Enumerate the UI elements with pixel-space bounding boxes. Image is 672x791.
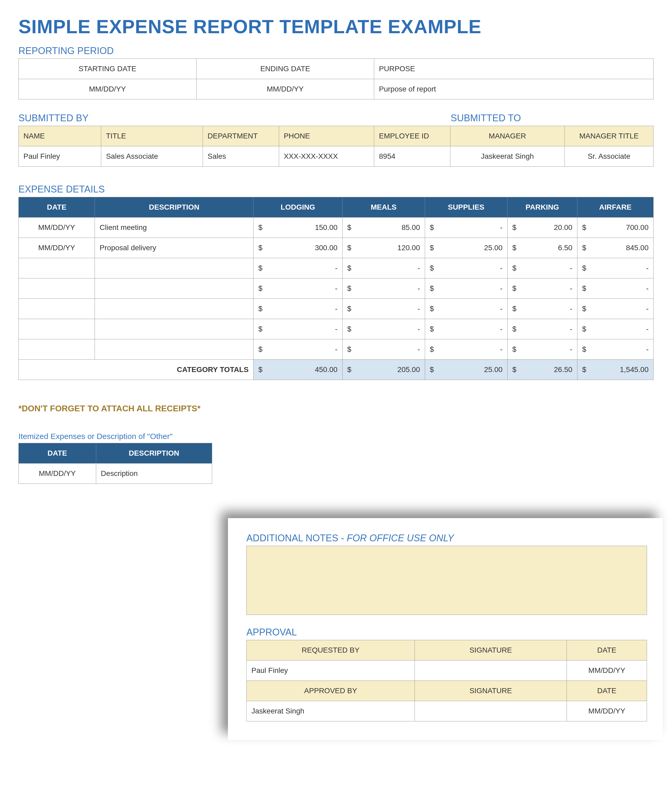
- row-meals[interactable]: $120.00: [342, 238, 425, 258]
- period-header-purpose: PURPOSE: [374, 59, 654, 79]
- row-lodging[interactable]: $-: [253, 339, 342, 359]
- row-date[interactable]: MM/DD/YY: [19, 218, 95, 238]
- total-airfare: $1,545.00: [577, 359, 653, 380]
- submitted-table: NAME TITLE DEPARTMENT PHONE EMPLOYEE ID …: [18, 126, 654, 167]
- period-purpose[interactable]: Purpose of report: [374, 79, 654, 99]
- total-meals: $205.00: [342, 359, 425, 380]
- row-description[interactable]: [95, 258, 253, 278]
- row-parking[interactable]: $-: [507, 278, 577, 299]
- row-meals[interactable]: $-: [342, 339, 425, 359]
- submit-h-phone: PHONE: [279, 126, 374, 146]
- row-supplies[interactable]: $-: [425, 339, 507, 359]
- period-header-end: ENDING DATE: [196, 59, 374, 79]
- row-description[interactable]: [95, 319, 253, 339]
- row-description[interactable]: Client meeting: [95, 218, 253, 238]
- ap-approved-by[interactable]: Jaskeerat Singh: [246, 701, 415, 721]
- approval-label: APPROVAL: [246, 627, 647, 638]
- ap-h-requested: REQUESTED BY: [246, 640, 415, 661]
- receipts-note: *DON'T FORGET TO ATTACH ALL RECEIPTS*: [18, 404, 654, 414]
- it-date[interactable]: MM/DD/YY: [19, 464, 96, 484]
- table-row: $-$-$-$-$-: [19, 278, 654, 299]
- row-supplies[interactable]: $25.00: [425, 238, 507, 258]
- row-parking[interactable]: $-: [507, 258, 577, 278]
- submit-manager[interactable]: Jaskeerat Singh: [450, 146, 565, 167]
- submit-mtitle[interactable]: Sr. Associate: [565, 146, 653, 167]
- submit-h-name: NAME: [19, 126, 101, 146]
- det-h-parking: PARKING: [507, 197, 577, 218]
- ap-date2[interactable]: MM/DD/YY: [567, 701, 647, 721]
- table-row: MM/DD/YYProposal delivery$300.00$120.00$…: [19, 238, 654, 258]
- submit-empid[interactable]: 8954: [374, 146, 450, 167]
- row-meals[interactable]: $85.00: [342, 218, 425, 238]
- row-supplies[interactable]: $-: [425, 218, 507, 238]
- det-h-meals: MEALS: [342, 197, 425, 218]
- additional-notes-box[interactable]: [246, 546, 647, 615]
- submit-h-manager: MANAGER: [450, 126, 565, 146]
- row-date[interactable]: MM/DD/YY: [19, 238, 95, 258]
- row-airfare[interactable]: $-: [577, 319, 653, 339]
- itemized-label: Itemized Expenses or Description of "Oth…: [18, 432, 654, 441]
- row-lodging[interactable]: $-: [253, 278, 342, 299]
- row-airfare[interactable]: $-: [577, 258, 653, 278]
- row-lodging[interactable]: $-: [253, 299, 342, 319]
- ap-h-sign1: SIGNATURE: [414, 640, 566, 661]
- ap-h-sign2: SIGNATURE: [414, 681, 566, 701]
- table-row: $-$-$-$-$-: [19, 258, 654, 278]
- row-description[interactable]: [95, 299, 253, 319]
- row-supplies[interactable]: $-: [425, 319, 507, 339]
- row-description[interactable]: [95, 278, 253, 299]
- ap-date1[interactable]: MM/DD/YY: [567, 661, 647, 681]
- row-date[interactable]: [19, 278, 95, 299]
- row-lodging[interactable]: $300.00: [253, 238, 342, 258]
- row-date[interactable]: [19, 299, 95, 319]
- total-supplies: $25.00: [425, 359, 507, 380]
- row-parking[interactable]: $6.50: [507, 238, 577, 258]
- row-lodging[interactable]: $-: [253, 319, 342, 339]
- submit-h-dept: DEPARTMENT: [203, 126, 279, 146]
- period-start[interactable]: MM/DD/YY: [19, 79, 197, 99]
- det-h-lodging: LODGING: [253, 197, 342, 218]
- row-airfare[interactable]: $845.00: [577, 238, 653, 258]
- row-airfare[interactable]: $-: [577, 339, 653, 359]
- row-meals[interactable]: $-: [342, 319, 425, 339]
- row-parking[interactable]: $-: [507, 299, 577, 319]
- row-meals[interactable]: $-: [342, 299, 425, 319]
- row-date[interactable]: [19, 339, 95, 359]
- table-row: MM/DD/YYClient meeting$150.00$85.00$-$20…: [19, 218, 654, 238]
- row-meals[interactable]: $-: [342, 258, 425, 278]
- submit-dept[interactable]: Sales: [203, 146, 279, 167]
- period-header-start: STARTING DATE: [19, 59, 197, 79]
- row-lodging[interactable]: $150.00: [253, 218, 342, 238]
- row-parking[interactable]: $20.00: [507, 218, 577, 238]
- row-description[interactable]: Proposal delivery: [95, 238, 253, 258]
- submit-name[interactable]: Paul Finley: [19, 146, 101, 167]
- ap-h-date1: DATE: [567, 640, 647, 661]
- row-supplies[interactable]: $-: [425, 258, 507, 278]
- row-airfare[interactable]: $-: [577, 278, 653, 299]
- submitted-by-label: SUBMITTED BY: [18, 112, 451, 124]
- row-description[interactable]: [95, 339, 253, 359]
- row-airfare[interactable]: $-: [577, 299, 653, 319]
- row-parking[interactable]: $-: [507, 319, 577, 339]
- row-date[interactable]: [19, 258, 95, 278]
- row-date[interactable]: [19, 319, 95, 339]
- table-row: $-$-$-$-$-: [19, 299, 654, 319]
- submit-phone[interactable]: XXX-XXX-XXXX: [279, 146, 374, 167]
- table-row: $-$-$-$-$-: [19, 319, 654, 339]
- row-parking[interactable]: $-: [507, 339, 577, 359]
- it-desc[interactable]: Description: [96, 464, 212, 484]
- row-airfare[interactable]: $700.00: [577, 218, 653, 238]
- row-supplies[interactable]: $-: [425, 299, 507, 319]
- row-supplies[interactable]: $-: [425, 278, 507, 299]
- period-end[interactable]: MM/DD/YY: [196, 79, 374, 99]
- ap-h-approved: APPROVED BY: [246, 681, 415, 701]
- total-lodging: $450.00: [253, 359, 342, 380]
- row-lodging[interactable]: $-: [253, 258, 342, 278]
- additional-notes-label: ADDITIONAL NOTES - FOR OFFICE USE ONLY: [246, 533, 647, 544]
- ap-sign1[interactable]: [414, 661, 566, 681]
- row-meals[interactable]: $-: [342, 278, 425, 299]
- reporting-period-label: REPORTING PERIOD: [18, 45, 654, 56]
- ap-requested-by[interactable]: Paul Finley: [246, 661, 415, 681]
- ap-sign2[interactable]: [414, 701, 566, 721]
- submit-title[interactable]: Sales Associate: [101, 146, 203, 167]
